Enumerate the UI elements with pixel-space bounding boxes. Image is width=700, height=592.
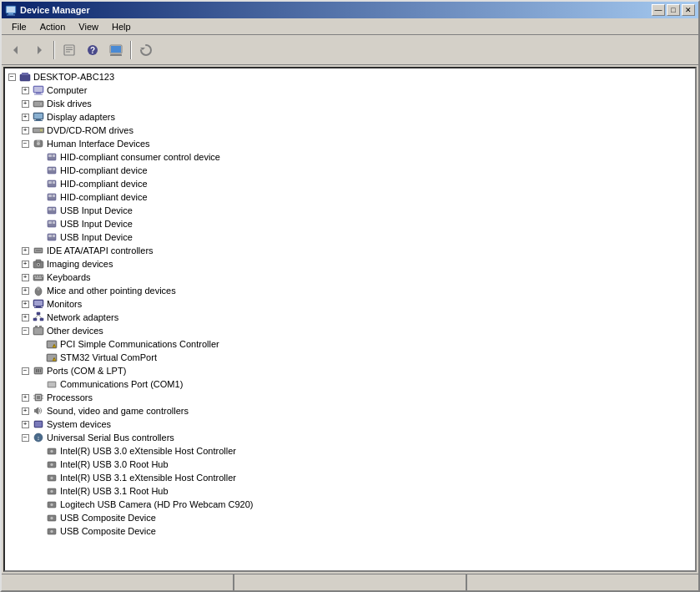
tree-item-system[interactable]: + System devices	[5, 417, 695, 431]
tree-item-dvd[interactable]: + DVD/CD-ROM drives	[5, 124, 695, 137]
svg-rect-28	[34, 120, 43, 121]
svg-line-79	[35, 315, 38, 318]
forward-button[interactable]	[28, 39, 50, 61]
sound-expander-box: +	[22, 407, 29, 415]
tree-item-intel-usb30-host[interactable]: Intel(R) USB 3.0 eXtensible Host Control…	[5, 444, 695, 458]
tree-item-keyboards[interactable]: + Keyboards	[5, 271, 695, 284]
other-expander[interactable]: −	[18, 324, 32, 337]
tree-item-hid[interactable]: − Human Interface Devices	[5, 137, 695, 150]
action-menu[interactable]: Action	[33, 20, 73, 33]
tree-item-intel-usb31-root[interactable]: Intel(R) USB 3.1 Root Hub	[5, 484, 695, 498]
tree-item-ports[interactable]: − Ports (COM & LPT)	[5, 364, 695, 377]
tree-root[interactable]: − DESKTOP-ABC123	[5, 70, 695, 83]
mice-expander[interactable]: +	[18, 284, 32, 297]
close-button[interactable]: ✕	[682, 4, 695, 16]
tree-item-usb-input1[interactable]: USB Input Device	[5, 204, 695, 217]
svg-rect-34	[37, 140, 40, 142]
tree-item-usb-input2[interactable]: USB Input Device	[5, 217, 695, 230]
network-expander[interactable]: +	[18, 311, 32, 324]
system-expander[interactable]: +	[18, 417, 32, 431]
network-label: Network adapters	[47, 311, 118, 324]
usb-input2-line	[32, 217, 45, 230]
update-button[interactable]	[105, 39, 127, 61]
tree-item-hid-consumer[interactable]: HID-compliant consumer control device	[5, 150, 695, 164]
stm32-icon: !	[45, 351, 58, 364]
sound-icon	[32, 404, 45, 417]
processors-expander-box: +	[22, 394, 29, 402]
file-menu[interactable]: File	[5, 20, 33, 33]
tree-item-hid-device1[interactable]: HID-compliant device	[5, 164, 695, 177]
tree-item-hid-device2[interactable]: HID-compliant device	[5, 177, 695, 190]
keyboards-expander[interactable]: +	[18, 271, 32, 284]
tree-item-mice[interactable]: + Mice and other pointing devices	[5, 284, 695, 297]
intel-usb30-root-label: Intel(R) USB 3.0 Root Hub	[60, 458, 169, 471]
keyboards-label: Keyboards	[47, 271, 91, 284]
svg-point-120	[50, 477, 53, 480]
svg-rect-65	[37, 276, 38, 277]
imaging-expander[interactable]: +	[18, 257, 32, 271]
dvd-expander[interactable]: +	[18, 124, 32, 137]
tree-item-intel-usb30-root[interactable]: Intel(R) USB 3.0 Root Hub	[5, 458, 695, 471]
help-menu[interactable]: Help	[105, 20, 138, 33]
ide-ata-expander[interactable]: +	[18, 244, 32, 257]
properties-button[interactable]	[58, 39, 80, 61]
hid-expander[interactable]: −	[18, 137, 32, 150]
tree-item-logitech-cam[interactable]: Logitech USB Camera (HD Pro Webcam C920)	[5, 498, 695, 511]
display-adapters-expander[interactable]: +	[18, 110, 32, 124]
svg-rect-42	[48, 181, 52, 184]
intel-usb31-root-line	[32, 484, 45, 498]
maximize-button[interactable]: □	[667, 4, 680, 16]
svg-point-62	[38, 264, 39, 266]
tree-item-intel-usb31-host[interactable]: Intel(R) USB 3.1 eXtensible Host Control…	[5, 471, 695, 484]
tree-item-imaging[interactable]: + Imaging devices	[5, 257, 695, 271]
processors-expander[interactable]: +	[18, 391, 32, 404]
svg-rect-39	[48, 168, 52, 170]
tree-item-usb-ctrl[interactable]: − ↕ Universal Serial Bus controllers	[5, 431, 695, 444]
tree-item-computer[interactable]: + Computer	[5, 83, 695, 97]
usb-ctrl-expander[interactable]: −	[18, 431, 32, 444]
svg-marker-107	[36, 407, 38, 414]
tree-item-processors[interactable]: + Processors	[5, 391, 695, 404]
display-adapters-expander-box: +	[22, 114, 29, 121]
tree-item-disk-drives[interactable]: + Disk drives	[5, 97, 695, 110]
tree-item-usb-composite2[interactable]: USB Composite Device	[5, 524, 695, 538]
dvd-expander-box: +	[22, 127, 29, 134]
ports-expander[interactable]: −	[18, 364, 32, 377]
tree-item-ide-ata[interactable]: + IDE ATA/ATAPI controllers	[5, 244, 695, 257]
disk-drives-expander[interactable]: +	[18, 97, 32, 110]
back-button[interactable]	[5, 39, 27, 61]
tree-item-sound[interactable]: + Sound, video and game controllers	[5, 404, 695, 417]
svg-line-80	[38, 315, 42, 318]
tree-item-stm32[interactable]: ! STM32 Virtual ComPort	[5, 351, 695, 364]
intel-usb31-host-icon	[45, 471, 58, 484]
help-button[interactable]: ?	[82, 39, 103, 61]
tree-item-pci-simple[interactable]: ! PCI Simple Communications Controller	[5, 337, 695, 351]
tree-item-network[interactable]: + Network adapters	[5, 311, 695, 324]
other-expander-box: −	[22, 327, 29, 335]
computer-expander[interactable]: +	[18, 83, 32, 97]
tree-item-hid-device3[interactable]: HID-compliant device	[5, 190, 695, 204]
root-expander[interactable]: −	[5, 70, 18, 83]
tree-item-usb-composite1[interactable]: USB Composite Device	[5, 511, 695, 524]
svg-rect-82	[34, 328, 43, 334]
usb-composite2-line	[32, 524, 45, 538]
tree-item-display-adapters[interactable]: + Display adapters	[5, 110, 695, 124]
refresh-button[interactable]	[135, 39, 157, 61]
hid-icon	[32, 137, 45, 150]
svg-rect-75	[34, 307, 43, 308]
tree-item-com1[interactable]: Communications Port (COM1)	[5, 377, 695, 391]
view-menu[interactable]: View	[72, 20, 105, 33]
disk-drives-icon	[32, 97, 45, 110]
monitors-expander[interactable]: +	[18, 297, 32, 311]
root-expander-box: −	[8, 73, 16, 81]
tree-item-other[interactable]: − Other devices	[5, 324, 695, 337]
svg-point-24	[40, 103, 43, 105]
svg-rect-108	[34, 409, 36, 412]
sound-expander[interactable]: +	[18, 404, 32, 417]
tree-item-usb-input3[interactable]: USB Input Device	[5, 230, 695, 244]
tree-item-monitors[interactable]: + Monitors	[5, 297, 695, 311]
minimize-button[interactable]: —	[652, 4, 665, 16]
usb-input3-label: USB Input Device	[60, 230, 133, 244]
tree-view[interactable]: − DESKTOP-ABC123 +	[5, 68, 695, 570]
svg-rect-76	[37, 312, 40, 315]
